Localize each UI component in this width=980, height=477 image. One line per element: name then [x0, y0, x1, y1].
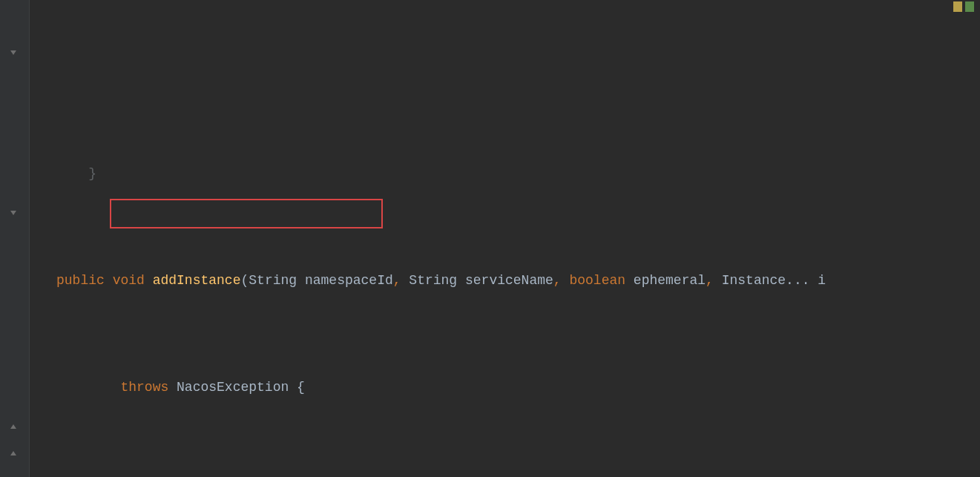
code-line: } [30, 160, 980, 187]
type: NacosException [177, 380, 289, 395]
warning-icon [953, 1, 962, 12]
text: , [393, 273, 410, 288]
text: ... [786, 273, 809, 288]
code-area[interactable]: } public void addInstance(String namespa… [30, 0, 980, 477]
keyword: void [113, 273, 145, 288]
param: serviceName [465, 273, 553, 288]
keyword: throws [120, 380, 168, 395]
code-editor[interactable]: } public void addInstance(String namespa… [0, 0, 980, 477]
text: } [88, 166, 96, 181]
brace: { [297, 380, 305, 395]
fold-marker-icon[interactable] [9, 447, 18, 455]
fold-marker-icon[interactable] [9, 420, 18, 429]
error-icon [965, 1, 974, 12]
text: ( [240, 273, 249, 288]
inspection-icons[interactable] [953, 1, 974, 12]
code-line: throws NacosException { [30, 374, 980, 401]
gutter [0, 0, 30, 477]
param: i [818, 273, 826, 288]
fold-marker-icon[interactable] [9, 46, 18, 55]
text: , [553, 273, 570, 288]
type: String [249, 273, 297, 288]
highlight-box [110, 199, 383, 228]
code-line: public void addInstance(String namespace… [30, 267, 980, 294]
method-name: addInstance [153, 273, 241, 288]
type: Instance [722, 273, 786, 288]
keyword: boolean [569, 273, 625, 288]
param: namespaceId [305, 273, 393, 288]
text [56, 166, 88, 181]
keyword: public [56, 273, 105, 288]
type: String [409, 273, 457, 288]
text: , [706, 273, 722, 288]
fold-marker-icon[interactable] [9, 206, 18, 215]
param: ephemeral [634, 273, 706, 288]
